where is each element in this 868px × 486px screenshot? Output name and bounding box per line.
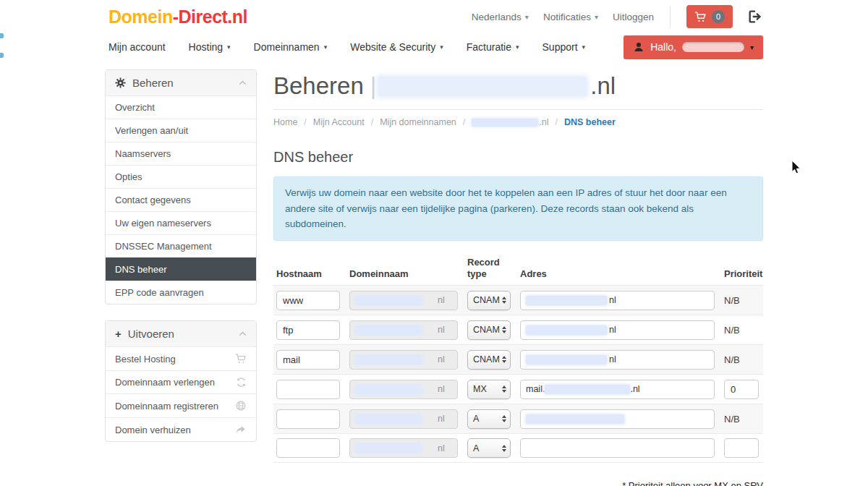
select-updown-icon xyxy=(502,445,506,452)
adres-input[interactable]: nl xyxy=(520,320,715,340)
sidebar-item-label: Domeinnaam verlengen xyxy=(115,377,215,388)
hostnaam-input[interactable] xyxy=(276,438,340,458)
site-logo[interactable]: Domein-Direct.nl xyxy=(109,7,247,27)
breadcrumb-mijn-domeinnamen[interactable]: Mijn domeinnamen xyxy=(380,117,456,127)
address-suffix: nl xyxy=(609,354,616,364)
record-type-select[interactable]: MX xyxy=(467,380,511,399)
sidebar-item-label: Domein verhuizen xyxy=(115,425,191,435)
priority-note: * Prioriteit alleen voor MX en SRV xyxy=(273,480,763,486)
hostnaam-input[interactable] xyxy=(276,409,340,429)
nav-domeinnamen[interactable]: Domeinnamen ▾ xyxy=(254,41,328,53)
page-title: Beheren | .nl xyxy=(273,72,763,110)
adres-input[interactable] xyxy=(520,409,715,429)
sidebar-item-label: Contact gegevens xyxy=(115,195,191,205)
column-header-hostnaam: Hostnaam xyxy=(276,268,340,280)
cart-button[interactable]: 0 xyxy=(686,5,733,28)
sidebar-item-overzicht[interactable]: Overzicht xyxy=(106,95,256,119)
logo-part-red: -Direct.nl xyxy=(173,7,247,27)
table-row: nl MX mail. .nl xyxy=(273,374,763,404)
nav-label: Domeinnamen xyxy=(254,41,320,53)
adres-input[interactable]: mail. .nl xyxy=(520,380,715,399)
record-type-select[interactable]: CNAM xyxy=(467,350,511,370)
domain-suffix: nl xyxy=(438,384,445,394)
sign-out-icon[interactable] xyxy=(747,9,763,25)
prioriteit-value: N/B xyxy=(724,354,765,365)
record-type-select[interactable]: A xyxy=(467,409,511,429)
adres-input[interactable] xyxy=(520,438,715,458)
sidebar-item-label: Overzicht xyxy=(115,102,155,113)
sidebar-item-naamservers[interactable]: Naamservers xyxy=(106,142,256,165)
hostnaam-input[interactable] xyxy=(276,291,340,310)
redacted-username xyxy=(682,42,744,52)
sidebar-item-domeinnaam-verlengen[interactable]: Domeinnaam verlengen xyxy=(106,370,256,393)
sidebar: Beheren Overzicht Verlengen aan/uit Naam… xyxy=(105,69,257,442)
domeinnaam-field: nl xyxy=(349,291,458,310)
breadcrumb-mijn-account[interactable]: Mijn Account xyxy=(313,117,365,127)
redacted-domain-name xyxy=(355,385,422,394)
adres-input[interactable]: nl xyxy=(520,350,715,370)
table-row: nl A N/B xyxy=(273,404,763,433)
redacted-domain-name xyxy=(355,296,422,305)
record-type-select[interactable]: A xyxy=(467,438,511,458)
breadcrumb: Home / Mijn Account / Mijn domeinnamen /… xyxy=(273,117,763,127)
breadcrumb-separator: / xyxy=(304,117,306,127)
notifications-menu[interactable]: Notificaties ▾ xyxy=(543,12,598,22)
hostnaam-input[interactable] xyxy=(276,320,340,340)
nav-label: Facturatie xyxy=(467,41,511,53)
select-updown-icon xyxy=(502,415,506,422)
nav-mijn-account[interactable]: Mijn account xyxy=(109,41,166,53)
nav-hosting[interactable]: Hosting ▾ xyxy=(189,41,231,53)
domain-suffix: nl xyxy=(438,295,445,305)
record-type-select[interactable]: CNAM xyxy=(467,291,511,310)
sidebar-item-bestel-hosting[interactable]: Bestel Hosting xyxy=(106,346,256,370)
nav-support[interactable]: Support ▾ xyxy=(542,41,586,53)
prioriteit-value: N/B xyxy=(724,414,765,425)
account-menu-button[interactable]: Hallo, ▾ xyxy=(624,35,763,59)
globe-icon xyxy=(235,400,247,412)
caret-down-icon: ▾ xyxy=(595,13,598,21)
redacted-domain-name xyxy=(355,355,422,364)
sidebar-item-contact-gegevens[interactable]: Contact gegevens xyxy=(106,188,256,211)
nav-label: Support xyxy=(542,41,578,53)
caret-down-icon: ▾ xyxy=(525,13,529,21)
sidebar-header-beheren[interactable]: Beheren xyxy=(106,70,256,95)
sidebar-panel-beheren: Beheren Overzicht Verlengen aan/uit Naam… xyxy=(105,69,257,304)
redacted-domain-name xyxy=(355,325,422,335)
nav-facturatie[interactable]: Facturatie ▾ xyxy=(467,41,519,53)
language-menu[interactable]: Nederlands ▾ xyxy=(472,12,529,22)
table-row: nl CNAM nl N/B xyxy=(273,285,763,315)
logout-link[interactable]: Uitloggen xyxy=(613,12,654,22)
sidebar-item-uw-eigen-nameservers[interactable]: Uw eigen nameservers xyxy=(106,211,256,234)
hostnaam-input[interactable] xyxy=(276,350,340,370)
prioriteit-input[interactable] xyxy=(724,438,759,458)
sidebar-item-epp-code-aanvragen[interactable]: EPP code aanvragen xyxy=(106,281,256,304)
forward-arrow-icon xyxy=(235,424,247,435)
domain-suffix: nl xyxy=(438,414,445,424)
topbar-divider xyxy=(670,6,671,27)
sidebar-item-label: Domeinnaam registreren xyxy=(115,401,218,412)
record-type-select[interactable]: CNAM xyxy=(467,320,511,340)
hostnaam-input[interactable] xyxy=(276,380,340,399)
breadcrumb-home[interactable]: Home xyxy=(273,117,297,127)
table-row: nl A xyxy=(273,433,763,463)
sidebar-item-opties[interactable]: Opties xyxy=(106,165,256,188)
sidebar-title-beheren: Beheren xyxy=(132,77,174,89)
adres-input[interactable]: nl xyxy=(520,291,715,310)
nav-website-security[interactable]: Website & Security ▾ xyxy=(350,41,443,53)
nav-label: Mijn account xyxy=(109,41,166,53)
sidebar-header-uitvoeren[interactable]: + Uitvoeren xyxy=(106,321,256,346)
domain-suffix: nl xyxy=(438,443,445,453)
redacted-domain-name xyxy=(378,77,587,96)
sidebar-item-domein-verhuizen[interactable]: Domein verhuizen xyxy=(106,417,256,441)
column-header-domeinnaam: Domeinnaam xyxy=(349,268,458,280)
sidebar-title-uitvoeren: Uitvoeren xyxy=(128,328,174,340)
sidebar-item-dns-beheer[interactable]: DNS beheer xyxy=(106,257,256,281)
sidebar-item-verlengen-aan-uit[interactable]: Verlengen aan/uit xyxy=(106,119,256,142)
breadcrumb-domain[interactable]: .nl xyxy=(472,117,548,127)
select-updown-icon xyxy=(502,326,506,333)
address-suffix: nl xyxy=(609,325,616,335)
sidebar-item-dnssec-management[interactable]: DNSSEC Management xyxy=(106,234,256,257)
prioriteit-input[interactable] xyxy=(724,380,759,399)
domain-suffix: nl xyxy=(438,325,445,335)
sidebar-item-domeinnaam-registreren[interactable]: Domeinnaam registreren xyxy=(106,393,256,417)
